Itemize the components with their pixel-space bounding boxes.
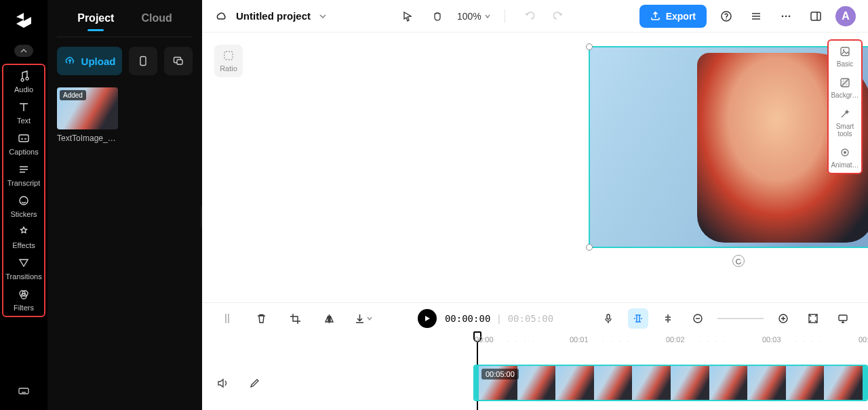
mute-track-button[interactable]: [217, 377, 229, 389]
rail-label: Transitions: [5, 272, 41, 281]
rail-item-audio[interactable]: Audio: [5, 69, 43, 94]
svg-point-20: [844, 151, 846, 154]
mirror-button[interactable]: [319, 308, 339, 329]
cursor-tool-button[interactable]: [397, 6, 418, 26]
timecode: 00:00:00 | 00:05:00: [445, 313, 553, 324]
timeline-toolbar: 00:00:00 | 00:05:00: [202, 303, 868, 334]
zoom-slider[interactable]: [717, 318, 764, 319]
text-icon: [17, 100, 31, 114]
rail-label: Filters: [14, 304, 34, 312]
export-label: Export: [666, 11, 696, 22]
background-icon: [838, 76, 852, 89]
chevron-down-icon[interactable]: [319, 12, 327, 20]
topbar: Untitled project 100% Export A: [202, 0, 868, 33]
voiceover-button[interactable]: [598, 308, 618, 329]
cloud-sync-icon[interactable]: [214, 9, 228, 23]
rail-label: Text: [17, 117, 31, 125]
rail-item-filters[interactable]: Filters: [5, 287, 43, 312]
split-tool[interactable]: [217, 308, 237, 329]
props-basic[interactable]: Basic: [830, 45, 860, 68]
snap-button[interactable]: [658, 308, 678, 329]
rail-item-captions[interactable]: Captions: [5, 131, 43, 156]
layout-toggle-button[interactable]: [806, 6, 826, 26]
ruler-tick: 00:04: [859, 335, 868, 344]
collapse-rail-button[interactable]: [14, 45, 33, 57]
magic-wand-icon: [838, 107, 852, 121]
effects-icon: [17, 225, 31, 239]
hand-tool-button[interactable]: [427, 6, 448, 26]
zoom-out-button[interactable]: [688, 308, 708, 329]
undo-button[interactable]: [519, 6, 539, 26]
media-item[interactable]: Added TextToImage_3|…: [57, 87, 118, 143]
zoom-in-button[interactable]: [773, 308, 793, 329]
resize-handle-bl[interactable]: [586, 244, 593, 251]
ruler-tick: 00:02: [666, 335, 685, 344]
upload-label: Upload: [81, 56, 116, 67]
music-note-icon: [17, 69, 31, 83]
preview-toggle-button[interactable]: [833, 308, 853, 329]
auto-captions-button[interactable]: [628, 308, 648, 329]
export-button[interactable]: Export: [639, 5, 707, 28]
svg-rect-16: [841, 47, 849, 56]
rail-item-effects[interactable]: Effects: [5, 225, 43, 249]
edit-track-button[interactable]: [249, 377, 260, 389]
ratio-label: Ratio: [220, 64, 237, 73]
left-rail: Audio Text Captions Transcript Stickers …: [0, 0, 47, 410]
svg-rect-14: [811, 12, 821, 20]
tab-cloud[interactable]: Cloud: [141, 12, 172, 30]
animation-icon: [838, 146, 852, 159]
keyboard-shortcuts-button[interactable]: [17, 384, 31, 398]
tab-project[interactable]: Project: [77, 12, 114, 30]
media-panel: Project Cloud Upload Added TextToImage_3…: [47, 0, 202, 410]
cloud-upload-icon: [64, 55, 76, 67]
svg-rect-5: [19, 388, 28, 394]
rail-item-text[interactable]: Text: [5, 100, 43, 125]
timeline-ruler[interactable]: 00:00 · · · · 00:01 · · · · 00:02 · · · …: [473, 334, 860, 356]
app-logo[interactable]: [12, 8, 36, 33]
props-animation[interactable]: Animat…: [830, 146, 860, 169]
rail-label: Captions: [9, 148, 38, 156]
ruler-tick: 00:01: [570, 335, 589, 344]
svg-rect-21: [225, 314, 226, 323]
svg-rect-27: [839, 315, 847, 321]
delete-button[interactable]: [251, 308, 271, 329]
rotate-handle[interactable]: [732, 255, 745, 267]
image-icon: [838, 45, 852, 58]
fit-timeline-button[interactable]: [803, 308, 823, 329]
canvas-selection[interactable]: [589, 46, 868, 248]
record-screen-button[interactable]: [164, 47, 193, 75]
rail-item-stickers[interactable]: Stickers: [5, 194, 43, 218]
props-smart-tools[interactable]: Smart tools: [830, 107, 860, 138]
redo-button[interactable]: [549, 6, 569, 26]
record-phone-button[interactable]: [129, 47, 157, 75]
avatar[interactable]: A: [835, 6, 856, 26]
project-title[interactable]: Untitled project: [236, 10, 311, 22]
svg-rect-15: [224, 52, 233, 60]
transcript-icon: [17, 163, 31, 176]
svg-point-12: [785, 15, 787, 17]
aspect-ratio-button[interactable]: Ratio: [214, 45, 243, 77]
zoom-level[interactable]: 100%: [457, 11, 491, 22]
timeline-clip[interactable]: 00:05:00: [473, 365, 868, 401]
stickers-icon: [17, 194, 31, 207]
layers-button[interactable]: [746, 6, 766, 26]
props-background[interactable]: Backgr…: [830, 76, 860, 99]
rail-label: Audio: [14, 85, 33, 94]
svg-rect-0: [19, 135, 28, 142]
help-button[interactable]: [716, 6, 736, 26]
clip-duration: 00:05:00: [481, 369, 519, 380]
svg-rect-22: [228, 314, 229, 323]
media-filename: TextToImage_3|…: [57, 134, 118, 143]
play-button[interactable]: [418, 309, 437, 328]
filters-icon: [17, 287, 31, 301]
svg-point-13: [789, 15, 791, 17]
more-menu-button[interactable]: [776, 6, 796, 26]
svg-point-1: [20, 197, 28, 205]
upload-button[interactable]: Upload: [57, 47, 122, 75]
rail-item-transcript[interactable]: Transcript: [5, 163, 43, 187]
clip-trim-right[interactable]: [863, 366, 867, 400]
crop-button[interactable]: [285, 308, 305, 329]
rail-item-transitions[interactable]: Transitions: [5, 256, 43, 281]
download-button[interactable]: [353, 308, 373, 329]
resize-handle-tl[interactable]: [586, 43, 593, 50]
